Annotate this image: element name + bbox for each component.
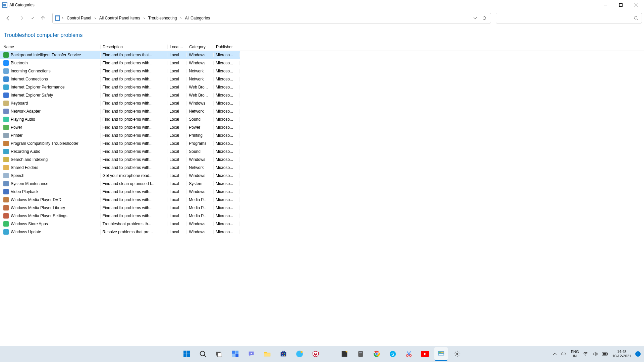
troubleshooter-icon xyxy=(3,189,9,194)
table-row[interactable]: Search and IndexingFind and fix problems… xyxy=(0,156,240,164)
table-row[interactable]: System MaintenanceFind and clean up unus… xyxy=(0,180,240,188)
table-row[interactable]: Video PlaybackFind and fix problems with… xyxy=(0,188,240,196)
table-row[interactable]: BluetoothFind and fix problems with...Lo… xyxy=(0,59,240,67)
table-row[interactable]: Background Intelligent Transfer ServiceF… xyxy=(0,51,240,59)
table-row[interactable]: PrinterFind and fix problems with...Loca… xyxy=(0,131,240,139)
chrome-button[interactable] xyxy=(370,347,383,361)
tips-button[interactable] xyxy=(293,347,306,361)
file-explorer-button[interactable] xyxy=(261,347,274,361)
maximize-button[interactable] xyxy=(613,0,629,10)
svg-rect-18 xyxy=(217,353,222,357)
row-location: Local xyxy=(167,149,187,154)
table-row[interactable]: Internet Explorer SafetyFind and fix pro… xyxy=(0,91,240,99)
skype-button[interactable]: S xyxy=(386,347,399,361)
youtube-button[interactable] xyxy=(418,347,432,361)
row-description: Find and fix problems with... xyxy=(101,93,168,98)
battery-icon[interactable] xyxy=(602,352,608,356)
table-row[interactable]: Program Compatibility TroubleshooterFind… xyxy=(0,139,240,147)
snipping-tool-button[interactable] xyxy=(402,347,416,361)
taskbar-center: S xyxy=(180,346,464,362)
address-dropdown-button[interactable] xyxy=(473,16,477,20)
column-header-location[interactable]: Locat... xyxy=(168,45,187,49)
clock[interactable]: 14:48 10-12-2021 xyxy=(612,350,631,358)
table-row[interactable]: Recording AudioFind and fix problems wit… xyxy=(0,147,240,156)
table-row[interactable]: Incoming ConnectionsFind and fix problem… xyxy=(0,67,240,75)
table-row[interactable]: KeyboardFind and fix problems with...Loc… xyxy=(0,99,240,107)
system-tray: ENG IN 14:48 10-12-2021 1 xyxy=(553,346,644,362)
chevron-right-icon[interactable]: › xyxy=(179,16,183,20)
volume-icon[interactable] xyxy=(592,352,598,356)
breadcrumb-segment[interactable]: Control Panel xyxy=(65,15,93,21)
page-title: Troubleshoot computer problems xyxy=(0,26,644,43)
table-row[interactable]: Shared FoldersFind and fix problems with… xyxy=(0,164,240,172)
table-row[interactable]: Internet Explorer PerformanceFind and fi… xyxy=(0,83,240,91)
settings-button[interactable] xyxy=(450,347,464,361)
wifi-icon[interactable] xyxy=(583,352,588,356)
table-row[interactable]: PowerFind and fix problems with...LocalP… xyxy=(0,123,240,131)
row-description: Find and fix problems with... xyxy=(101,117,168,122)
svg-point-9 xyxy=(634,16,637,19)
column-header-category[interactable]: Category xyxy=(187,45,214,49)
row-location: Local xyxy=(167,197,187,202)
troubleshooter-icon xyxy=(3,157,9,162)
row-publisher: Microso... xyxy=(214,69,240,73)
sticky-notes-button[interactable] xyxy=(338,347,351,361)
breadcrumb-segment[interactable]: Troubleshooting xyxy=(147,15,178,21)
mcafee-button[interactable] xyxy=(309,347,322,361)
row-name: Incoming Connections xyxy=(11,69,51,73)
start-button[interactable] xyxy=(180,347,194,361)
up-button[interactable] xyxy=(37,12,49,24)
close-button[interactable] xyxy=(629,0,644,10)
breadcrumb-segment[interactable]: All Control Panel Items xyxy=(98,15,142,21)
row-name: Windows Store Apps xyxy=(11,222,48,226)
table-row[interactable]: SpeechGet your microphone read...LocalWi… xyxy=(0,172,240,180)
chevron-right-icon[interactable]: › xyxy=(93,16,97,20)
table-row[interactable]: Windows Media Player DVDFind and fix pro… xyxy=(0,196,240,204)
table-row[interactable]: Windows Media Player SettingsFind and fi… xyxy=(0,212,240,220)
minimize-button[interactable] xyxy=(598,0,613,10)
control-panel-button[interactable] xyxy=(434,347,448,361)
row-publisher: Microso... xyxy=(214,149,240,154)
search-icon xyxy=(634,16,638,20)
table-row[interactable]: Playing AudioFind and fix problems with.… xyxy=(0,115,240,123)
chat-button[interactable] xyxy=(245,347,258,361)
chevron-right-icon[interactable]: › xyxy=(142,16,146,20)
row-location: Local xyxy=(167,157,187,162)
svg-rect-35 xyxy=(359,352,362,353)
refresh-button[interactable] xyxy=(482,16,487,20)
row-description: Find and fix problems with... xyxy=(101,101,168,106)
breadcrumb-segment[interactable]: All Categories xyxy=(183,15,211,21)
table-row[interactable]: Network AdapterFind and fix problems wit… xyxy=(0,107,240,115)
notification-badge[interactable]: 1 xyxy=(635,351,641,357)
table-row[interactable]: Internet ConnectionsFind and fix problem… xyxy=(0,75,240,83)
table-row[interactable]: Windows Store AppsTroubleshoot problems … xyxy=(0,220,240,228)
column-header-name[interactable]: Name xyxy=(0,45,101,49)
table-row[interactable]: Windows Media Player LibraryFind and fix… xyxy=(0,204,240,212)
calculator-button[interactable] xyxy=(354,347,367,361)
taskbar-search-button[interactable] xyxy=(196,347,210,361)
row-description: Find and fix problems with... xyxy=(101,125,168,130)
row-location: Local xyxy=(167,214,187,218)
address-bar[interactable]: › Control Panel › All Control Panel Item… xyxy=(52,13,491,23)
row-description: Find and fix problems with... xyxy=(101,141,168,146)
svg-rect-19 xyxy=(232,351,235,354)
recent-dropdown-button[interactable] xyxy=(29,12,36,24)
tray-overflow-button[interactable] xyxy=(553,352,557,356)
forward-button[interactable] xyxy=(15,12,28,24)
onedrive-icon[interactable] xyxy=(561,352,567,356)
widgets-button[interactable] xyxy=(228,347,242,361)
microsoft-store-button[interactable] xyxy=(277,347,290,361)
column-header-publisher[interactable]: Publisher xyxy=(214,45,240,49)
language-indicator[interactable]: ENG IN xyxy=(571,350,579,358)
table-row[interactable]: Windows UpdateResolve problems that pre.… xyxy=(0,228,240,236)
location-icon xyxy=(55,15,60,21)
back-button[interactable] xyxy=(2,12,14,24)
column-header-description[interactable]: Description xyxy=(101,45,168,49)
svg-point-15 xyxy=(200,351,205,356)
svg-rect-21 xyxy=(232,354,235,357)
svg-rect-27 xyxy=(282,353,283,354)
row-category: Sound xyxy=(187,149,214,154)
chevron-right-icon[interactable]: › xyxy=(61,16,65,20)
task-view-button[interactable] xyxy=(212,347,226,361)
search-box[interactable] xyxy=(496,13,642,23)
